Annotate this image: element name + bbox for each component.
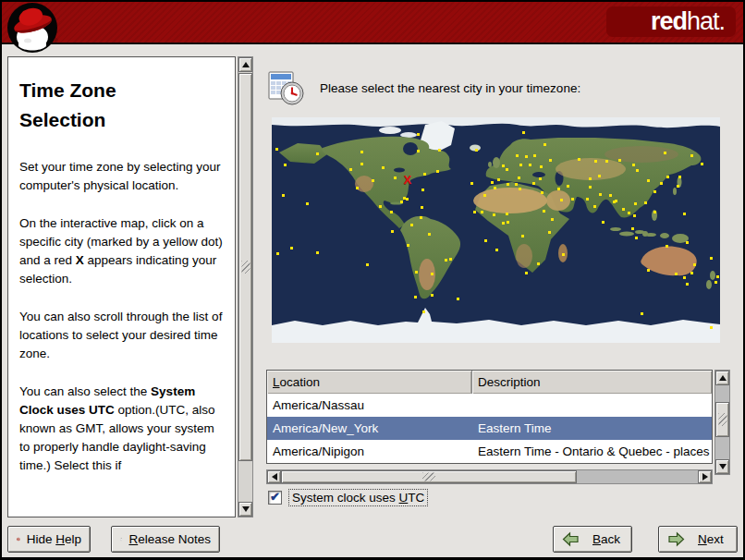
city-dot[interactable]: [690, 272, 693, 274]
city-dot[interactable]: [693, 263, 696, 266]
city-dot[interactable]: [457, 298, 459, 300]
city-dot[interactable]: [677, 185, 679, 188]
city-dot[interactable]: [276, 252, 279, 255]
city-dot[interactable]: [710, 257, 713, 260]
city-dot[interactable]: [609, 194, 612, 197]
release-notes-button[interactable]: Release Notes: [111, 526, 220, 553]
city-dot[interactable]: [653, 211, 656, 213]
city-dot[interactable]: [491, 181, 494, 184]
city-dot[interactable]: [683, 276, 686, 279]
city-dot[interactable]: [282, 194, 285, 197]
city-dot[interactable]: [391, 230, 394, 233]
city-dot[interactable]: [360, 163, 363, 165]
city-dot[interactable]: [415, 271, 418, 274]
city-dot[interactable]: [506, 213, 508, 215]
table-row[interactable]: America/Nipigon Eastern Time - Ontario &…: [267, 440, 712, 463]
city-dot[interactable]: [406, 198, 409, 201]
city-dot[interactable]: [475, 149, 478, 152]
city-dot[interactable]: [537, 262, 540, 265]
table-horizontal-scrollbar[interactable]: [266, 469, 713, 484]
city-dot[interactable]: [349, 168, 352, 171]
city-dot[interactable]: [525, 155, 528, 158]
city-dot[interactable]: [420, 216, 422, 219]
city-dot[interactable]: [372, 179, 374, 182]
city-dot[interactable]: [390, 211, 393, 213]
city-dot[interactable]: [316, 251, 319, 254]
table-vscrollbar-thumb[interactable]: [715, 402, 729, 437]
help-scroll-up-button[interactable]: [238, 57, 252, 72]
city-dot[interactable]: [495, 249, 498, 251]
city-dot[interactable]: [653, 190, 656, 193]
city-dot[interactable]: [473, 211, 476, 213]
city-dot[interactable]: [382, 166, 385, 169]
city-dot[interactable]: [428, 233, 431, 236]
city-dot[interactable]: [360, 151, 363, 153]
city-dot[interactable]: [635, 237, 638, 239]
city-dot[interactable]: [445, 259, 447, 262]
city-dot[interactable]: [602, 221, 605, 224]
city-dot[interactable]: [519, 164, 522, 166]
city-dot[interactable]: [494, 187, 496, 189]
table-vertical-scrollbar[interactable]: [714, 370, 730, 475]
city-dot[interactable]: [481, 211, 483, 213]
help-scrollbar[interactable]: [238, 56, 253, 517]
city-dot[interactable]: [356, 187, 359, 189]
city-dot[interactable]: [562, 253, 565, 256]
city-dot[interactable]: [421, 189, 424, 191]
city-dot[interactable]: [571, 198, 574, 201]
city-dot[interactable]: [518, 177, 520, 179]
city-dot[interactable]: [421, 206, 423, 209]
table-row[interactable]: America/Nassau: [267, 394, 712, 417]
help-scrollbar-thumb[interactable]: [238, 73, 252, 461]
city-dot[interactable]: [483, 194, 486, 197]
city-dot[interactable]: [716, 275, 719, 278]
city-dot[interactable]: [633, 214, 636, 217]
city-dot[interactable]: [586, 198, 589, 201]
city-dot[interactable]: [560, 199, 563, 201]
table-row-selected[interactable]: America/New_York Eastern Time: [267, 417, 712, 440]
city-dot[interactable]: [525, 272, 528, 274]
city-dot[interactable]: [540, 165, 543, 168]
city-dot[interactable]: [599, 193, 602, 196]
city-dot[interactable]: [549, 159, 552, 162]
city-dot[interactable]: [548, 231, 551, 234]
column-header-location[interactable]: Location: [267, 371, 472, 394]
city-dot[interactable]: [438, 149, 441, 152]
city-dot[interactable]: [593, 205, 596, 208]
back-button[interactable]: Back: [553, 526, 632, 553]
table-scroll-left-button[interactable]: [267, 470, 281, 483]
city-dot[interactable]: [647, 179, 650, 182]
city-dot[interactable]: [507, 221, 509, 224]
city-dot[interactable]: [417, 133, 420, 136]
city-dot[interactable]: [641, 312, 643, 315]
city-dot[interactable]: [532, 182, 535, 185]
utc-label[interactable]: System clock uses UTC: [288, 489, 428, 506]
city-dot[interactable]: [644, 201, 647, 204]
utc-checkbox[interactable]: ✔: [268, 491, 282, 505]
city-dot[interactable]: [284, 164, 287, 166]
city-dot[interactable]: [431, 273, 434, 275]
city-dot[interactable]: [543, 143, 546, 146]
city-dot[interactable]: [516, 154, 519, 157]
city-dot[interactable]: [631, 227, 634, 230]
city-dot[interactable]: [366, 263, 369, 266]
city-dot[interactable]: [379, 205, 382, 208]
city-dot[interactable]: [306, 202, 309, 205]
city-dot[interactable]: [622, 208, 625, 211]
city-dot[interactable]: [521, 235, 524, 237]
city-dot[interactable]: [506, 168, 508, 171]
city-dot[interactable]: [589, 177, 592, 180]
city-dot[interactable]: [666, 245, 668, 248]
city-dot[interactable]: [422, 310, 425, 313]
city-dot[interactable]: [701, 163, 703, 165]
city-dot[interactable]: [502, 222, 505, 225]
city-dot[interactable]: [275, 148, 278, 151]
city-dot[interactable]: [417, 150, 420, 152]
city-dot[interactable]: [675, 273, 678, 275]
table-scroll-down-button[interactable]: [715, 459, 729, 474]
city-dot[interactable]: [541, 191, 543, 194]
hide-help-button[interactable]: Hide Help: [7, 526, 91, 553]
world-map[interactable]: X: [272, 117, 720, 343]
city-dot[interactable]: [507, 183, 509, 186]
city-dot[interactable]: [660, 182, 663, 185]
